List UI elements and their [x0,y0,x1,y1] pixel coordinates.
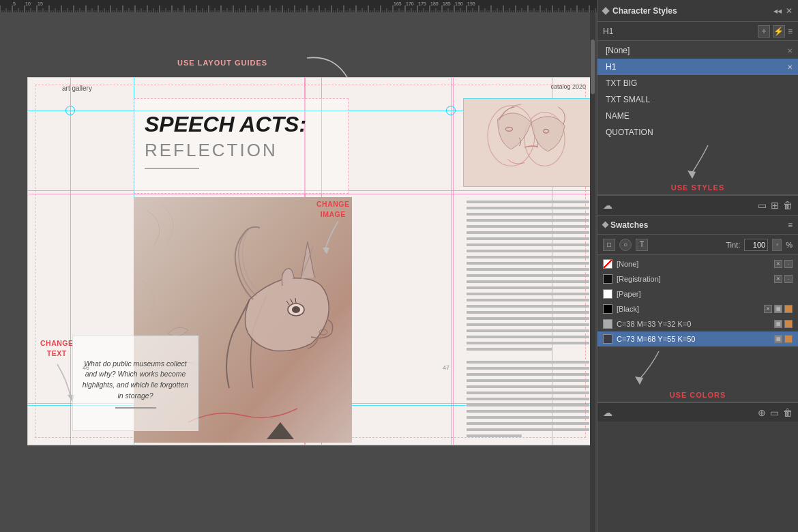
svg-marker-11 [323,248,329,254]
lightning-style-button[interactable]: ⚡ [773,25,785,38]
change-image-arrow [321,218,355,255]
change-image-label: CHANGEIMAGE [316,199,350,219]
swatch-registration-label: [Registration] [617,275,770,283]
swatch-reg-dot-icon: · [784,275,793,283]
swatches-diamond-icon [602,222,609,228]
doc-subtitle: REFLECTION [134,140,348,161]
tint-input[interactable] [744,239,768,251]
tint-arrow-button[interactable]: › [772,239,782,251]
title-area: SPEECH ACTS: REFLECTION [134,98,349,194]
swatch-item-cmyk1[interactable]: C=38 M=33 Y=32 K=0 ▦ [597,316,798,331]
style-item-name[interactable]: NAME [597,108,798,124]
link-icon-left [65,106,75,115]
swatch-black-icons: ✕ ▦ [764,305,793,313]
panel-icon-row-1: ☁ ▭ ⊞ 🗑 [597,195,798,216]
style-item-none-clear[interactable]: ✕ [787,47,793,55]
swatch-cmyk2-color-icon [784,335,793,343]
close-panel-button[interactable]: ✕ [786,6,793,16]
add-style-button[interactable]: + [758,25,770,38]
ruler [0,0,597,12]
char-styles-toolbar: H1 + ⚡ ≡ [597,22,798,41]
style-item-txt-big-label: TXT BIG [606,78,637,88]
style-item-h1[interactable]: H1 ✕ [597,59,798,75]
swatch-circle-btn[interactable]: ○ [619,239,632,251]
panel-header-title: Character Styles [603,6,677,16]
style-item-h1-label: H1 [606,62,616,72]
style-item-h1-clear[interactable]: ✕ [787,63,793,71]
canvas-area: USE LAYOUT GUIDES art gallery catalog 20… [0,12,597,532]
swatch-black-color-icon [784,305,793,313]
panel-diamond-icon [602,7,609,14]
cloud-icon-1[interactable]: ☁ [603,200,612,211]
swatch-color-registration [603,274,612,284]
scrollbar[interactable] [590,12,595,532]
right-panel: Character Styles ◂◂ ✕ H1 + ⚡ ≡ [None] ✕ … [597,0,798,532]
swatch-black-cross-icon: ✕ [764,305,772,313]
art-gallery-label: art gallery [62,85,92,92]
trash-icon-2[interactable]: 🗑 [783,407,793,418]
svg-point-8 [292,306,300,313]
folder-icon-1[interactable]: ▭ [758,200,767,211]
scroll-thumb[interactable] [591,40,595,94]
page-number-right: 47 [443,364,449,371]
swatch-cmyk1-icons: ▦ [774,320,793,328]
swatch-paper-label: [Paper] [617,290,793,298]
guide-cyan-v5 [451,78,452,445]
swatch-text-btn[interactable]: T [636,239,648,251]
swatch-item-none[interactable]: [None] ✕ · [597,256,798,271]
swatches-menu-button[interactable]: ≡ [788,220,793,230]
swatch-dot-icon: · [784,260,793,268]
swatches-toolbar: □ ○ T Tint: › % [597,235,798,255]
folder-icon-2[interactable]: ▭ [770,407,779,418]
guide-pink-v2 [453,78,454,445]
doc-title: SPEECH ACTS: [134,99,348,140]
swatch-item-cmyk2[interactable]: C=73 M=68 Y=55 K=50 ▦ [597,331,798,346]
char-styles-menu-button[interactable]: ≡ [788,27,793,36]
panel-header-icons: ◂◂ ✕ [773,6,793,16]
style-item-name-label: NAME [606,111,630,121]
use-styles-arrow-icon [677,142,718,179]
style-item-txt-big[interactable]: TXT BIG [597,75,798,91]
collapse-panel-button[interactable]: ◂◂ [773,6,782,16]
swatch-square-btn[interactable]: □ [603,239,615,251]
swatch-cmyk2-grid-icon: ▦ [774,335,782,343]
use-styles-label: USE STYLES [597,179,798,194]
swatch-black-label: [Black] [617,305,760,313]
swatch-color-none [603,259,612,269]
swatch-cmyk1-color-icon [784,320,793,328]
swatch-item-registration[interactable]: [Registration] ✕ · [597,271,798,286]
swatch-cmyk2-icons: ▦ [774,335,793,343]
style-item-txt-small-label: TXT SMALL [606,95,650,104]
quote-box: What do public museums collect and why? … [72,336,198,431]
swatch-item-black[interactable]: [Black] ✕ ▦ [597,301,798,316]
cloud-icon-2[interactable]: ☁ [603,407,612,418]
swatch-none-icons: ✕ · [774,260,793,268]
swatch-list: [None] ✕ · [Registration] ✕ · [Paper] [597,255,798,348]
style-item-none[interactable]: [None] ✕ [597,42,798,59]
swatch-item-paper[interactable]: [Paper] [597,286,798,301]
style-item-txt-small[interactable]: TXT SMALL [597,91,798,108]
swatch-color-cmyk2 [603,334,612,344]
h1-style-label: H1 [603,27,623,36]
swatch-color-black [603,304,612,314]
top-right-image[interactable] [463,98,593,187]
swatch-black-grid-icon: ▦ [774,305,782,313]
swatch-color-cmyk1 [603,319,612,329]
document-page: art gallery catalog 2020 SPEECH ACTS: RE… [27,77,593,445]
swatch-cmyk1-grid-icon: ▦ [774,320,782,328]
svg-marker-14 [635,376,643,385]
quote-text: What do public museums collect and why? … [80,359,191,402]
use-colors-label: USE COLORS [597,385,798,402]
swatch-none-label: [None] [617,260,770,268]
new-swatch-btn[interactable]: ⊕ [758,407,766,418]
swatch-cross-icon: ✕ [774,260,782,268]
style-item-quotation[interactable]: QUOTATION [597,124,798,141]
panel-icon-row-2: ☁ ⊕ ▭ 🗑 [597,402,798,422]
trash-icon-1[interactable]: 🗑 [783,200,793,211]
style-list: [None] ✕ H1 ✕ TXT BIG TXT SMALL NAME QUO… [597,41,798,142]
swatches-title: Swatches [610,220,648,230]
layers-icon-1[interactable]: ⊞ [771,200,779,211]
swatch-cmyk1-label: C=38 M=33 Y=32 K=0 [617,320,770,328]
swatch-reg-cross-icon: ✕ [774,275,782,283]
catalog-label: catalog 2020 [550,83,586,90]
